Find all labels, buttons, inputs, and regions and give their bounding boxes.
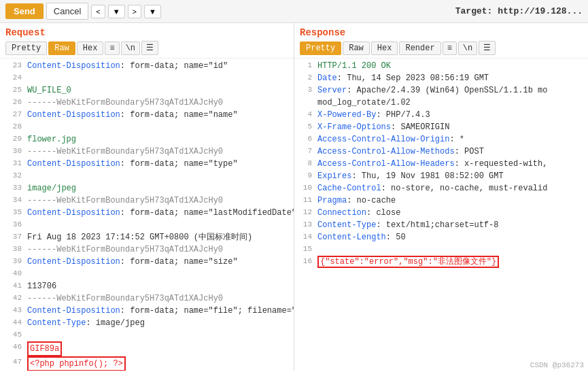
table-row: 39Content-Disposition: form-data; name="… — [0, 256, 294, 268]
toolbar: Send Cancel < ▼ > ▼ Target: http://19.12… — [0, 0, 588, 23]
tab-response-icon1[interactable]: ≡ — [443, 41, 457, 55]
tab-response-pretty[interactable]: Pretty — [300, 41, 341, 55]
table-row: 11Pragma: no-cache — [294, 195, 588, 207]
table-row: 32 — [0, 170, 294, 182]
line-number: 11 — [297, 195, 312, 206]
tab-response-raw[interactable]: Raw — [343, 41, 370, 55]
tab-request-hex[interactable]: Hex — [77, 41, 104, 55]
table-row: 23Content-Disposition: form-data; name="… — [0, 60, 294, 72]
line-content: Content-Disposition: form-data; name="si… — [27, 256, 291, 268]
target-label: Target: http://19.128... — [455, 6, 583, 16]
line-number: 6 — [297, 133, 312, 145]
line-number: 12 — [297, 207, 312, 218]
table-row: mod_log_rotate/1.02 — [294, 97, 588, 109]
line-content: Content-Disposition: form-data; name="ty… — [27, 158, 291, 170]
tab-request-pretty[interactable]: Pretty — [5, 41, 47, 55]
response-title: Response — [300, 27, 583, 38]
response-header: Response Pretty Raw Hex Render ≡ \n ☰ — [294, 23, 588, 58]
line-number: 10 — [297, 182, 312, 194]
line-content: HTTP/1.1 200 OK — [317, 60, 585, 72]
line-content: <?php phpinfo(); ?> — [27, 356, 291, 371]
line-content: WU_FILE_0 — [27, 84, 291, 97]
line-number: 32 — [3, 170, 22, 182]
line-content: ------WebKitFormBoundary5H73qATd1XAJcHy0 — [27, 97, 291, 109]
line-content: image/jpeg — [27, 182, 291, 195]
line-number: 36 — [3, 219, 22, 231]
nav-forward3-button[interactable]: ▼ — [144, 5, 161, 18]
line-content: Content-Length: 50 — [317, 231, 585, 243]
line-number: 30 — [3, 146, 22, 157]
line-number: 44 — [3, 317, 22, 328]
table-row: 4X-Powered-By: PHP/7.4.3 — [294, 109, 588, 121]
line-number: 26 — [3, 97, 22, 108]
tab-request-icon2[interactable]: \n — [121, 41, 140, 55]
table-row: 3Server: Apache/2.4.39 (Win64) OpenSSL/1… — [294, 84, 588, 97]
table-row: 1HTTP/1.1 200 OK — [294, 60, 588, 72]
send-button[interactable]: Send — [5, 3, 44, 19]
table-row: 27Content-Disposition: form-data; name="… — [0, 109, 294, 121]
table-row: 31Content-Disposition: form-data; name="… — [0, 158, 294, 170]
line-number: 27 — [3, 109, 22, 120]
table-row: 38------WebKitFormBoundary5H73qATd1XAJcH… — [0, 243, 294, 256]
tab-response-icon2[interactable]: \n — [458, 41, 477, 55]
tab-response-hex[interactable]: Hex — [371, 41, 398, 55]
tab-response-icon3[interactable]: ☰ — [479, 41, 496, 55]
line-number: 15 — [297, 243, 312, 255]
request-title: Request — [5, 27, 288, 38]
table-row: 2Date: Thu, 14 Sep 2023 08:56:19 GMT — [294, 72, 588, 84]
line-number: 13 — [297, 219, 312, 231]
line-number: 16 — [297, 256, 312, 267]
nav-forward-button[interactable]: ▼ — [108, 5, 125, 18]
line-number: 47 — [3, 356, 22, 368]
line-number: 42 — [3, 292, 22, 304]
line-number: 38 — [3, 243, 22, 255]
table-row: 33image/jpeg — [0, 182, 294, 195]
line-number: 46 — [3, 341, 22, 353]
table-row: 42------WebKitFormBoundary5H73qATd1XAJcH… — [0, 292, 294, 305]
line-number: 40 — [3, 268, 22, 280]
table-row: 9Expires: Thu, 19 Nov 1981 08:52:00 GMT — [294, 170, 588, 182]
table-row: 43Content-Disposition: form-data; name="… — [0, 305, 294, 317]
table-row: 36 — [0, 219, 294, 231]
response-tab-bar: Pretty Raw Hex Render ≡ \n ☰ — [300, 41, 583, 55]
line-content: Date: Thu, 14 Sep 2023 08:56:19 GMT — [317, 72, 585, 84]
line-number: 31 — [3, 158, 22, 169]
main-content: Request Pretty Raw Hex ≡ \n ☰ 23Content-… — [0, 23, 588, 371]
table-row: 34------WebKitFormBoundary5H73qATd1XAJcH… — [0, 195, 294, 207]
line-content: Server: Apache/2.4.39 (Win64) OpenSSL/1.… — [317, 84, 585, 97]
table-row: 44Content-Type: image/jpeg — [0, 317, 294, 329]
table-row: 13Content-Type: text/html;charset=utf-8 — [294, 219, 588, 231]
line-number: 4 — [297, 109, 312, 120]
watermark: CSDN @p36273 — [294, 360, 588, 371]
line-number: 1 — [297, 60, 312, 71]
line-content: Access-Control-Allow-Origin: * — [317, 133, 585, 146]
line-number: 23 — [3, 60, 22, 71]
nav-forward2-button[interactable]: > — [128, 5, 141, 18]
line-content: Connection: close — [317, 207, 585, 219]
tab-request-icon3[interactable]: ☰ — [141, 41, 158, 55]
tab-request-raw[interactable]: Raw — [48, 41, 75, 55]
request-body[interactable]: 23Content-Disposition: form-data; name="… — [0, 58, 294, 371]
line-content: ------WebKitFormBoundary5H73qATd1XAJcHy0 — [27, 243, 291, 256]
cancel-button[interactable]: Cancel — [46, 3, 88, 20]
response-body[interactable]: 1HTTP/1.1 200 OK2Date: Thu, 14 Sep 2023 … — [294, 58, 588, 360]
table-row: 24 — [0, 72, 294, 84]
tab-response-render[interactable]: Render — [399, 41, 440, 55]
line-number: 8 — [297, 158, 312, 169]
table-row: 15 — [294, 243, 588, 256]
tab-request-icon1[interactable]: ≡ — [105, 41, 119, 55]
request-panel: Request Pretty Raw Hex ≡ \n ☰ 23Content-… — [0, 23, 294, 371]
nav-back-button[interactable]: < — [91, 5, 105, 18]
line-number: 33 — [3, 182, 22, 194]
line-number: 35 — [3, 207, 22, 218]
table-row: 10Cache-Control: no-store, no-cache, mus… — [294, 182, 588, 195]
request-tab-bar: Pretty Raw Hex ≡ \n ☰ — [5, 41, 288, 55]
table-row: 16{"state":"error","msg":"非法图像文件"} — [294, 256, 588, 268]
line-number: 37 — [3, 231, 22, 243]
line-number: 3 — [297, 84, 312, 96]
table-row: 47<?php phpinfo(); ?> — [0, 356, 294, 371]
line-content: Access-Control-Allow-Methods: POST — [317, 146, 585, 158]
line-content: GIF89a — [27, 341, 291, 356]
line-content: Pragma: no-cache — [317, 195, 585, 207]
table-row: 28 — [0, 121, 294, 133]
